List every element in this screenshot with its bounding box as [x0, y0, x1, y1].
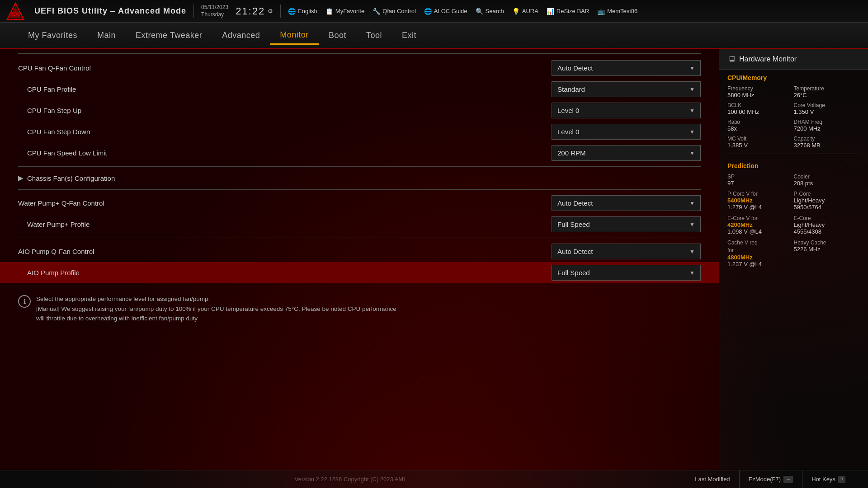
water-pump-qfan-label: Water Pump+ Q-Fan Control [18, 199, 104, 207]
cpu-fan-speedlowlimit-dropdown[interactable]: 200 RPM ▼ [552, 145, 701, 161]
globe-icon: 🌐 [288, 8, 296, 15]
aio-pump-profile-row: AIO Pump Profile Full Speed ▼ [0, 262, 719, 283]
resizebar-tool[interactable]: 📊 ReSize BAR [547, 8, 589, 15]
dropdown-arrow-icon: ▼ [689, 221, 695, 228]
top-divider [18, 53, 701, 54]
cpu-fan-profile-label: CPU Fan Profile [18, 85, 76, 93]
aio-pump-profile-dropdown[interactable]: Full Speed ▼ [552, 265, 701, 281]
aio-pump-qfan-dropdown[interactable]: Auto Detect ▼ [552, 244, 701, 259]
mcvolt-label-item: MC Volt. 1.385 V [727, 134, 794, 150]
footer-version: Version 2.22.1286 Copyright (C) 2023 AMI [14, 476, 686, 483]
content-area: CPU Fan Q-Fan Control Auto Detect ▼ CPU … [0, 49, 719, 470]
sidebar-hardware-monitor: 🖥 Hardware Monitor CPU/Memory Frequency … [719, 49, 868, 470]
search-icon: 🔍 [476, 8, 483, 15]
date-display: 05/11/2023 Thursday [201, 4, 228, 18]
info-text: Select the appropriate performance level… [36, 294, 396, 324]
section-divider-2 [18, 189, 701, 190]
dropdown-arrow-icon: ▼ [689, 65, 695, 71]
tab-tool[interactable]: Tool [356, 27, 392, 44]
water-pump-qfan-dropdown[interactable]: Auto Detect ▼ [552, 195, 701, 211]
cpu-fan-stepdown-dropdown[interactable]: Level 0 ▼ [552, 124, 701, 140]
aioc-tool[interactable]: 🌐 AI OC Guide [424, 8, 467, 15]
settings-container: CPU Fan Q-Fan Control Auto Detect ▼ CPU … [0, 53, 719, 283]
capacity-label-item: Capacity 32768 MB [794, 134, 860, 150]
ezmode-button[interactable]: EzMode(F7) → [739, 470, 802, 488]
cpu-fan-profile-dropdown[interactable]: Standard ▼ [552, 81, 701, 97]
chassis-fan-section-header[interactable]: ▶ Chassis Fan(s) Configuration [18, 169, 701, 187]
section-divider-3 [18, 238, 701, 238]
tab-myfavorites[interactable]: My Favorites [18, 27, 87, 44]
resizebar-icon: 📊 [547, 8, 554, 15]
dropdown-arrow-icon: ▼ [689, 270, 695, 276]
memtest-tool[interactable]: 📺 MemTest86 [597, 8, 637, 15]
frequency-label-item: Frequency 5800 MHz [727, 84, 794, 100]
water-pump-qfan-row: Water Pump+ Q-Fan Control Auto Detect ▼ [18, 192, 701, 214]
rog-logo-icon: ROG [5, 2, 25, 20]
dropdown-arrow-icon: ▼ [689, 108, 695, 114]
cooler-label-item: Cooler 208 pts [794, 172, 860, 188]
sidebar-cpu-grid: Frequency 5800 MHz Temperature 26°C BCLK… [719, 84, 868, 150]
tab-boot[interactable]: Boot [319, 27, 356, 44]
ratio-label-item: Ratio 58x [727, 117, 794, 133]
info-icon: ℹ [18, 295, 31, 308]
dramfreq-label-item: DRAM Freq. 7200 MHz [794, 117, 860, 133]
dropdown-arrow-icon: ▼ [689, 249, 695, 255]
sidebar-cpu-section: CPU/Memory [719, 70, 868, 84]
myfavorite-tool[interactable]: 📋 MyFavorite [326, 8, 364, 15]
water-pump-profile-dropdown[interactable]: Full Speed ▼ [552, 216, 701, 232]
cpu-fan-profile-row: CPU Fan Profile Standard ▼ [18, 79, 701, 100]
svg-line-3 [181, 334, 362, 470]
svg-line-6 [249, 334, 429, 470]
hotkeys-key-icon: ? [838, 476, 845, 483]
tab-extremetweaker[interactable]: Extreme Tweaker [126, 27, 212, 44]
cpu-fan-stepup-dropdown[interactable]: Level 0 ▼ [552, 103, 701, 118]
aio-pump-qfan-row: AIO Pump Q-Fan Control Auto Detect ▼ [18, 241, 701, 262]
english-tool[interactable]: 🌐 English [288, 8, 317, 15]
expand-arrow-icon: ▶ [18, 174, 24, 182]
header-divider [193, 5, 194, 18]
ezmode-key-icon: → [783, 476, 793, 483]
header-bar: ROG UEFI BIOS Utility – Advanced Mode 05… [0, 0, 868, 23]
dropdown-arrow-icon: ▼ [689, 150, 695, 156]
cpu-fan-stepdown-row: CPU Fan Step Down Level 0 ▼ [18, 121, 701, 142]
pcore-section: P-Core V for 5400MHz 1.279 V @L4 P-Core … [719, 188, 868, 270]
header-divider2 [280, 5, 281, 18]
footer-right: Last Modified EzMode(F7) → Hot Keys ? [686, 470, 854, 488]
cpu-fan-qfan-label: CPU Fan Q-Fan Control [18, 64, 91, 72]
tab-main[interactable]: Main [87, 27, 126, 44]
aio-pump-profile-label: AIO Pump Profile [18, 269, 80, 277]
logo-area: ROG [5, 2, 25, 20]
sidebar-divider-1 [727, 154, 860, 154]
aura-tool[interactable]: 💡 AURA [512, 8, 538, 15]
aura-icon: 💡 [512, 8, 520, 15]
cpu-fan-qfan-dropdown[interactable]: Auto Detect ▼ [552, 60, 701, 76]
pcore-grid: P-Core V for 5400MHz 1.279 V @L4 P-Core … [727, 191, 860, 267]
svg-line-4 [203, 334, 384, 470]
water-pump-profile-row: Water Pump+ Profile Full Speed ▼ [18, 214, 701, 235]
tab-exit[interactable]: Exit [392, 27, 426, 44]
tab-advanced[interactable]: Advanced [212, 27, 270, 44]
dropdown-arrow-icon: ▼ [689, 129, 695, 135]
monitor-icon: 🖥 [727, 54, 736, 64]
hotkeys-button[interactable]: Hot Keys ? [802, 470, 854, 488]
qfan-tool[interactable]: 🔧 Qfan Control [373, 8, 416, 15]
cpu-fan-stepup-label: CPU Fan Step Up [18, 107, 81, 114]
cpu-fan-stepdown-label: CPU Fan Step Down [18, 128, 90, 136]
temperature-label-item: Temperature 26°C [794, 84, 860, 100]
qfan-icon: 🔧 [373, 8, 380, 15]
sp-label-item: SP 97 [727, 172, 794, 188]
clock-display: 21:22 [236, 5, 265, 17]
aioc-icon: 🌐 [424, 8, 432, 15]
search-tool[interactable]: 🔍 Search [476, 8, 504, 15]
myfavorite-icon: 📋 [326, 8, 333, 15]
last-modified-button[interactable]: Last Modified [686, 470, 739, 488]
sidebar-title: 🖥 Hardware Monitor [719, 49, 868, 70]
corevoltage-label-item: Core Voltage 1.350 V [794, 101, 860, 117]
cpu-fan-speedlowlimit-label: CPU Fan Speed Low Limit [18, 149, 107, 157]
section-divider-1 [18, 166, 701, 167]
tab-monitor[interactable]: Monitor [270, 27, 319, 45]
sidebar-prediction-section: Prediction [719, 158, 868, 172]
svg-text:ROG: ROG [10, 12, 21, 17]
app-title: UEFI BIOS Utility – Advanced Mode [34, 6, 186, 16]
settings-gear-icon[interactable]: ⚙ [268, 8, 273, 14]
